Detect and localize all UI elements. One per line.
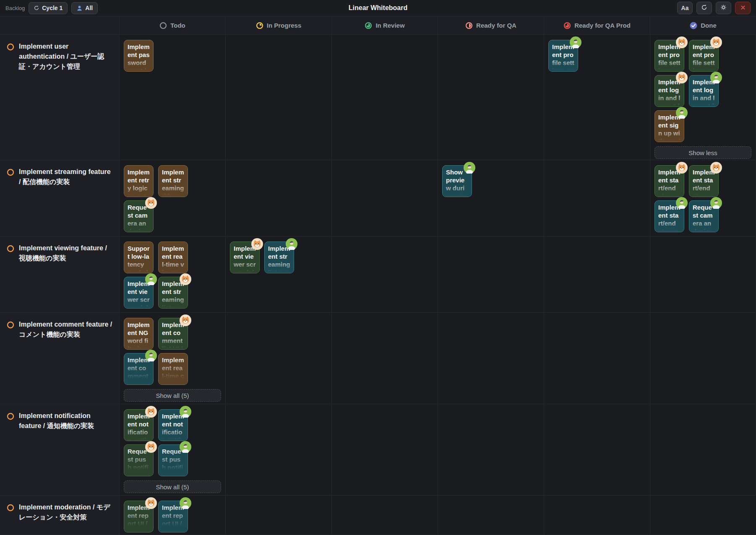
board-cell-ready_qa (438, 35, 544, 160)
task-card[interactable]: Implement streaming list screen (264, 242, 294, 273)
person-avatar (286, 238, 297, 250)
font-size-button[interactable]: Aa (677, 2, 693, 14)
task-card-title: Implement NG word filtering / NG (124, 318, 153, 349)
cycle-filter-button[interactable]: Cycle 1 (29, 2, 68, 14)
task-card[interactable]: Implement real-time viewer count (158, 242, 188, 273)
task-card-title: Implement password reset / パスワード再設定 (124, 40, 153, 71)
person-avatar (464, 162, 475, 174)
task-card[interactable]: Implement NG word filtering / NG (124, 318, 154, 350)
task-card[interactable]: Implement streaming title and thumbnail (158, 165, 188, 197)
task-card[interactable]: Implement login and logout / ログイン (689, 75, 719, 107)
row-label-text: Implement streaming feature / 配信機能の実装 (19, 167, 113, 187)
task-card[interactable]: Implement viewer screen (player) (124, 277, 154, 309)
board-cell-ready_qa: Show preview during streaming / 配信 (438, 160, 544, 236)
task-card[interactable]: Request camera and microphone permission (689, 200, 719, 232)
column-header-label: In Review (375, 22, 404, 29)
task-card[interactable]: Implement report UI / 通報UIの実装 (124, 501, 154, 532)
board-cell-ready_qa_prod (544, 313, 650, 404)
project-ring-icon (6, 411, 15, 422)
board-cell-ready_qa_prod (544, 404, 650, 496)
board-cell-in_review (332, 404, 438, 496)
assignee-filter-label: All (85, 5, 93, 11)
task-card[interactable]: Implement profile settings screen / プロフィ… (548, 40, 578, 72)
card-group: Implement NG word filtering / NGImplemen… (124, 318, 191, 385)
task-card[interactable]: Show preview during streaming / 配信 (442, 165, 472, 197)
task-card[interactable]: Implement password reset / パスワード再設定 (124, 40, 154, 72)
task-card[interactable]: Implement retry logic on network error (124, 165, 154, 197)
task-card[interactable]: Implement start/end streaming flow (689, 165, 719, 197)
task-card[interactable]: Implement streaming list screen (158, 277, 188, 309)
card-group: Implement password reset / パスワード再設定 (124, 40, 191, 72)
task-card[interactable]: Implement profile settings screen / プロ (654, 40, 684, 72)
gear-icon (720, 4, 727, 12)
fox-avatar (676, 36, 688, 48)
task-card[interactable]: Implement comment list UI / コメント (158, 318, 188, 350)
person-avatar (570, 36, 581, 48)
board-cell-ready_qa (438, 313, 544, 404)
card-group: Implement start/end streaming flowImplem… (654, 165, 722, 232)
card-group: Implement profile settings screen / プロIm… (654, 40, 722, 142)
task-card[interactable]: Support low-latency mode / 低遅延 (124, 242, 154, 273)
row-label-text: Implement viewing feature / 視聴機能の実装 (19, 243, 113, 263)
board-cell-in_review (332, 35, 438, 160)
fox-avatar (180, 314, 191, 326)
board-cell-ready_qa (438, 496, 544, 535)
status-todo-icon (159, 22, 167, 29)
task-card[interactable]: Implement start/end streaming flow (654, 165, 684, 197)
cycle-icon (34, 5, 39, 11)
row-label-text: Implement comment feature / コメント機能の実装 (19, 319, 113, 340)
row-label-1: Implement user authentication / ユーザー認証・ア… (0, 35, 120, 160)
task-card-title: Implement retry logic on network error (124, 166, 153, 197)
task-card-title: Implement real-time viewer count (159, 242, 188, 273)
board-cell-done (650, 313, 756, 404)
task-card[interactable]: Implement notification settings scr (124, 409, 154, 441)
task-card[interactable]: Implement comment list UI / コメント (124, 353, 154, 385)
task-card-title: Implement real-time comment sync (159, 353, 188, 384)
task-card[interactable]: Implement login and logout / ログイン (654, 75, 684, 107)
board-cell-done: Implement start/end streaming flowImplem… (650, 160, 756, 236)
task-card[interactable]: Implement profile settings screen / プロ (689, 40, 719, 72)
refresh-button[interactable] (696, 2, 712, 14)
task-card[interactable]: Implement real-time comment sync (158, 353, 188, 385)
show-all-button[interactable]: Show all (5) (124, 389, 221, 402)
board-cell-ready_qa_prod (544, 160, 650, 236)
column-header-todo: Todo (120, 16, 226, 35)
status-in-progress-icon (256, 22, 263, 29)
person-avatar (180, 406, 191, 418)
column-header-ready_qa_prod: Ready for QA Prod (544, 16, 650, 35)
task-card[interactable]: Request push notification permission (158, 444, 188, 476)
task-card[interactable]: Request push notification permission (124, 444, 154, 476)
board-cell-todo: Implement retry logic on network errorIm… (120, 160, 226, 236)
user-icon (76, 5, 83, 11)
column-header-in_review: In Review (332, 16, 438, 35)
column-header-done: Done (650, 16, 756, 35)
person-avatar (180, 497, 191, 509)
task-card[interactable]: Implement sign up with email and passwor… (654, 110, 684, 142)
fox-avatar (145, 441, 157, 453)
show-less-button[interactable]: Show less (654, 146, 751, 159)
card-group: Implement retry logic on network errorIm… (124, 165, 191, 232)
task-card[interactable]: Request camera and microphone permission (124, 200, 154, 232)
board-cell-in_review (332, 160, 438, 236)
board-cell-todo: Support low-latency mode / 低遅延Implement … (120, 236, 226, 313)
fox-avatar (145, 497, 157, 509)
column-header-label: Done (701, 22, 717, 29)
settings-button[interactable] (716, 2, 731, 14)
board-cell-done: Implement profile settings screen / プロIm… (650, 35, 756, 160)
board-cell-in_review (332, 496, 438, 535)
person-avatar (676, 107, 688, 119)
task-card-title: Support low-latency mode / 低遅延 (124, 242, 153, 273)
row-label-text: Implement notification feature / 通知機能の実装 (19, 411, 113, 431)
card-group: Implement report UI / 通報UIの実装Implement r… (124, 501, 191, 532)
board-cell-in_progress (226, 313, 332, 404)
backlog-label: Backlog (5, 5, 25, 11)
task-card[interactable]: Implement notification settings scr (158, 409, 188, 441)
task-card[interactable]: Implement viewer screen (player) (230, 242, 260, 273)
task-card[interactable]: Implement report UI / 通報UIの実装 (158, 501, 188, 532)
card-group: Support low-latency mode / 低遅延Implement … (124, 242, 191, 309)
show-all-button[interactable]: Show all (5) (124, 480, 221, 493)
close-button[interactable] (735, 2, 751, 14)
task-card[interactable]: Implement start/end streaming flow (654, 200, 684, 232)
fox-avatar (251, 238, 263, 250)
assignee-filter-button[interactable]: All (71, 2, 98, 14)
